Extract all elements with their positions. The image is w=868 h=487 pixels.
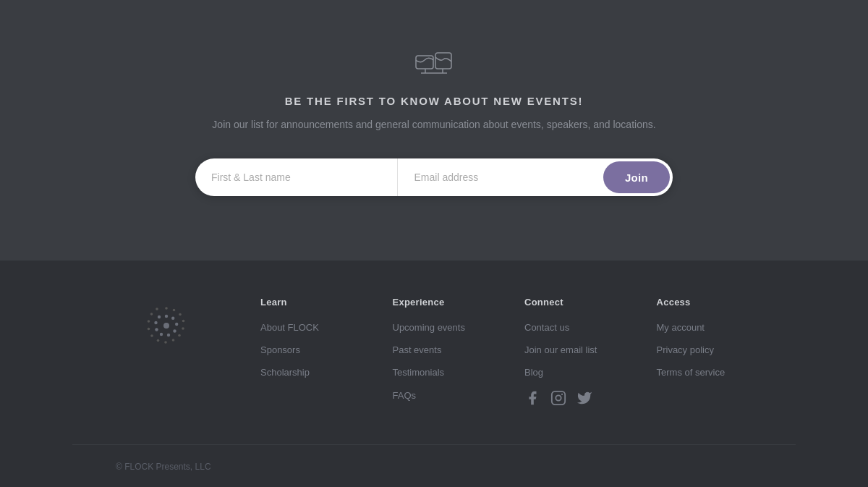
svg-point-5 bbox=[163, 323, 169, 329]
svg-point-25 bbox=[148, 328, 150, 331]
svg-point-30 bbox=[556, 395, 561, 400]
svg-point-28 bbox=[156, 308, 158, 310]
svg-point-27 bbox=[150, 313, 153, 316]
list-item: Scholarship bbox=[260, 365, 357, 379]
footer-col-access: Access My account Privacy policy Terms o… bbox=[657, 297, 753, 411]
footer-col-learn-links: About FLOCK Sponsors Scholarship bbox=[260, 321, 357, 380]
footer-col-access-title: Access bbox=[657, 297, 753, 308]
svg-point-14 bbox=[158, 316, 161, 318]
footer: Learn About FLOCK Sponsors Scholarship E… bbox=[0, 261, 868, 487]
social-icons bbox=[524, 390, 621, 406]
svg-point-16 bbox=[173, 309, 176, 312]
list-item: About FLOCK bbox=[260, 321, 357, 334]
footer-col-experience-title: Experience bbox=[393, 297, 489, 308]
hero-title: BE THE FIRST TO KNOW ABOUT NEW EVENTS! bbox=[285, 95, 584, 107]
mailbox-icon bbox=[415, 50, 453, 79]
footer-col-connect-links: Contact us Join our email list Blog bbox=[524, 321, 621, 380]
footer-col-connect-title: Connect bbox=[524, 297, 621, 308]
footer-col-learn-title: Learn bbox=[260, 297, 357, 308]
list-item: Testimonials bbox=[393, 365, 489, 379]
list-item: Sponsors bbox=[260, 343, 357, 357]
svg-rect-29 bbox=[552, 391, 565, 404]
sponsors-link[interactable]: Sponsors bbox=[260, 344, 300, 355]
footer-col-learn: Learn About FLOCK Sponsors Scholarship bbox=[260, 297, 357, 411]
footer-col-experience-links: Upcoming events Past events Testimonials… bbox=[393, 321, 489, 402]
upcoming-events-link[interactable]: Upcoming events bbox=[393, 322, 465, 333]
svg-rect-0 bbox=[416, 56, 433, 69]
facebook-icon[interactable] bbox=[524, 390, 540, 406]
footer-col-experience: Experience Upcoming events Past events T… bbox=[393, 297, 489, 411]
testimonials-link[interactable]: Testimonials bbox=[393, 367, 445, 378]
hero-subtitle: Join our list for announcements and gene… bbox=[212, 117, 655, 132]
svg-point-11 bbox=[160, 333, 163, 336]
list-item: Terms of service bbox=[657, 365, 753, 379]
svg-point-22 bbox=[164, 341, 167, 344]
list-item: My account bbox=[657, 321, 753, 334]
svg-point-7 bbox=[171, 317, 174, 320]
svg-point-18 bbox=[182, 320, 185, 323]
svg-point-31 bbox=[561, 393, 563, 394]
svg-point-21 bbox=[172, 339, 175, 342]
footer-inner: Learn About FLOCK Sponsors Scholarship E… bbox=[72, 297, 796, 411]
name-input[interactable] bbox=[195, 158, 398, 196]
about-flock-link[interactable]: About FLOCK bbox=[260, 322, 319, 333]
footer-columns: Learn About FLOCK Sponsors Scholarship E… bbox=[260, 297, 752, 411]
svg-point-13 bbox=[154, 321, 157, 324]
svg-point-20 bbox=[178, 334, 181, 337]
list-item: FAQs bbox=[393, 389, 489, 402]
twitter-icon[interactable] bbox=[576, 390, 592, 406]
list-item: Privacy policy bbox=[657, 343, 753, 357]
contact-us-link[interactable]: Contact us bbox=[524, 322, 569, 333]
footer-col-access-links: My account Privacy policy Terms of servi… bbox=[657, 321, 753, 380]
scholarship-link[interactable]: Scholarship bbox=[260, 367, 310, 378]
footer-bottom: © FLOCK Presents, LLC bbox=[72, 444, 796, 487]
terms-of-service-link[interactable]: Terms of service bbox=[657, 367, 726, 378]
join-email-list-link[interactable]: Join our email list bbox=[524, 344, 597, 355]
hero-section: BE THE FIRST TO KNOW ABOUT NEW EVENTS! J… bbox=[0, 0, 868, 261]
instagram-icon[interactable] bbox=[550, 390, 566, 406]
footer-logo bbox=[116, 297, 217, 355]
privacy-policy-link[interactable]: Privacy policy bbox=[657, 344, 714, 355]
list-item: Contact us bbox=[524, 321, 621, 334]
svg-point-23 bbox=[157, 339, 160, 342]
list-item: Join our email list bbox=[524, 343, 621, 357]
svg-point-17 bbox=[179, 313, 182, 316]
svg-point-26 bbox=[148, 320, 150, 323]
flock-logo-icon bbox=[137, 297, 195, 355]
svg-point-6 bbox=[165, 315, 168, 318]
faqs-link[interactable]: FAQs bbox=[393, 390, 417, 401]
past-events-link[interactable]: Past events bbox=[393, 344, 442, 355]
join-button[interactable]: Join bbox=[603, 161, 670, 193]
list-item: Past events bbox=[393, 343, 489, 357]
svg-point-12 bbox=[155, 328, 158, 331]
svg-rect-1 bbox=[435, 53, 451, 69]
svg-point-10 bbox=[167, 334, 170, 336]
list-item: Upcoming events bbox=[393, 321, 489, 334]
my-account-link[interactable]: My account bbox=[657, 322, 705, 333]
svg-point-19 bbox=[182, 327, 184, 330]
svg-point-9 bbox=[173, 329, 176, 332]
copyright-text: © FLOCK Presents, LLC bbox=[116, 462, 211, 472]
svg-point-24 bbox=[150, 334, 153, 337]
list-item: Blog bbox=[524, 365, 621, 379]
footer-col-connect: Connect Contact us Join our email list B… bbox=[524, 297, 621, 411]
email-input[interactable] bbox=[398, 158, 600, 196]
svg-point-8 bbox=[175, 323, 178, 326]
signup-form: Join bbox=[195, 158, 673, 196]
svg-point-15 bbox=[165, 307, 168, 310]
blog-link[interactable]: Blog bbox=[524, 367, 543, 378]
